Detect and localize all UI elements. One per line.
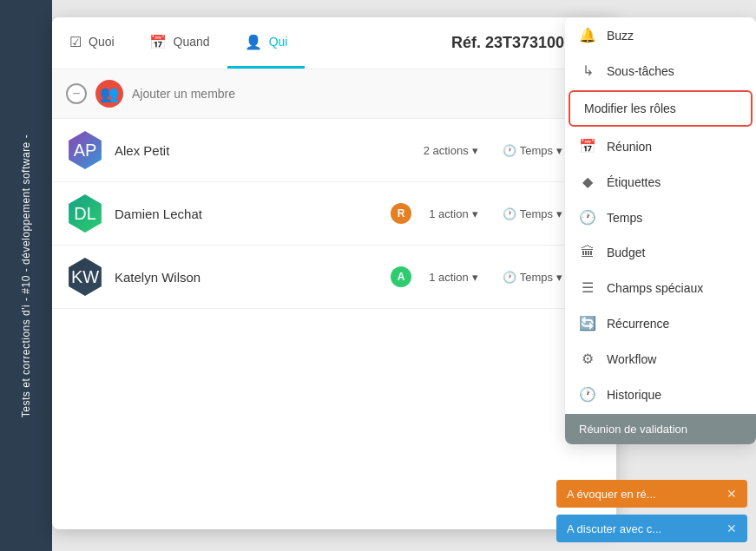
qui-icon: 👤	[245, 34, 262, 50]
clock-icon-alex: 🕐	[503, 144, 516, 157]
add-member-input[interactable]	[132, 87, 588, 101]
dropdown-item-modifier-roles[interactable]: Modifier les rôles	[569, 90, 753, 127]
dropdown-label-champs-speciaux: Champs spéciaux	[607, 281, 703, 295]
budget-icon: 🏛	[579, 245, 596, 260]
time-button-damien[interactable]: 🕐 Temps ▾	[496, 204, 569, 224]
calendar-icon: 📅	[579, 138, 596, 154]
clock-icon-damien: 🕐	[503, 207, 516, 220]
avatar-katelyn: KW	[66, 258, 104, 296]
tab-quand-label: Quand	[174, 35, 210, 49]
notif-label-2: A discuter avec c...	[567, 522, 661, 535]
clock-icon-katelyn: 🕐	[503, 271, 516, 284]
time-label-alex: Temps	[520, 144, 553, 157]
actions-button-damien[interactable]: 1 action ▾	[422, 204, 485, 224]
tab-qui[interactable]: 👤 Qui	[227, 17, 306, 69]
member-list: AP Alex Petit 2 actions ▾ 🕐 Temps ▾ ⋮ DL…	[52, 119, 616, 529]
dropdown-item-temps[interactable]: 🕐 Temps	[565, 200, 756, 235]
actions-chevron-alex: ▾	[472, 144, 478, 157]
sidebar-text-container: Tests et corrections d'i - #10 - dévelop…	[0, 0, 52, 551]
actions-count-alex: 2 actions	[424, 144, 469, 157]
dropdown-item-budget[interactable]: 🏛 Budget	[565, 235, 756, 270]
notifications-container: A évoquer en ré... ✕ A discuter avec c..…	[556, 480, 747, 542]
time-chevron-katelyn: ▾	[556, 271, 562, 284]
subtask-icon: ↳	[579, 62, 596, 79]
quand-icon: 📅	[149, 34, 167, 50]
dropdown-item-etiquettes[interactable]: ◆ Étiquettes	[565, 164, 756, 200]
time-chevron-alex: ▾	[556, 144, 562, 157]
member-name-alex: Alex Petit	[115, 143, 406, 158]
dropdown-label-buzz: Buzz	[607, 29, 634, 43]
quoi-icon: ☑	[69, 34, 82, 50]
member-row: KW Katelyn Wilson A 1 action ▾ 🕐 Temps ▾…	[52, 246, 616, 309]
historique-icon: 🕐	[579, 386, 596, 403]
time-button-katelyn[interactable]: 🕐 Temps ▾	[496, 267, 569, 287]
avatar-group: 👥	[95, 80, 123, 108]
ref-number: Réf. 23T373100	[451, 34, 564, 52]
dropdown-menu: 🔔 Buzz ↳ Sous-tâches Modifier les rôles …	[565, 17, 756, 444]
actions-count-katelyn: 1 action	[429, 271, 469, 284]
modal-header: ☑ Quoi 📅 Quand 👤 Qui Réf. 23T373100 ⋮	[52, 17, 616, 69]
notif-label-1: A évoquer en ré...	[567, 488, 656, 501]
dropdown-item-recurrence[interactable]: 🔄 Récurrence	[565, 305, 756, 341]
tab-quoi[interactable]: ☑ Quoi	[52, 17, 132, 69]
dropdown-label-sous-taches: Sous-tâches	[607, 64, 674, 78]
role-badge-a: A	[391, 266, 411, 287]
sidebar: Tests et corrections d'i - #10 - dévelop…	[0, 0, 52, 551]
dropdown-label-temps: Temps	[607, 211, 642, 225]
member-row: AP Alex Petit 2 actions ▾ 🕐 Temps ▾ ⋮	[52, 119, 616, 182]
member-row: DL Damien Lechat R 1 action ▾ 🕐 Temps ▾ …	[52, 182, 616, 246]
actions-button-alex[interactable]: 2 actions ▾	[417, 141, 485, 161]
reunion-bar[interactable]: Réunion de validation	[565, 414, 756, 444]
avatar-alex: AP	[66, 131, 104, 169]
reunion-bar-label: Réunion de validation	[579, 423, 687, 436]
dropdown-item-buzz[interactable]: 🔔 Buzz	[565, 17, 756, 53]
time-label-katelyn: Temps	[520, 271, 553, 284]
dropdown-item-reunion[interactable]: 📅 Réunion	[565, 128, 756, 164]
main-modal: ☑ Quoi 📅 Quand 👤 Qui Réf. 23T373100 ⋮ − …	[52, 17, 616, 529]
dropdown-label-budget: Budget	[607, 246, 645, 259]
group-avatar: 👥	[95, 80, 123, 108]
time-button-alex[interactable]: 🕐 Temps ▾	[496, 141, 569, 161]
member-name-damien: Damien Lechat	[115, 207, 373, 221]
recurrence-icon: 🔄	[579, 315, 596, 331]
actions-count-damien: 1 action	[429, 207, 469, 220]
notification-1[interactable]: A évoquer en ré... ✕	[556, 480, 747, 508]
add-member-row: − 👥 ▾	[52, 69, 616, 119]
dropdown-item-sous-taches[interactable]: ↳ Sous-tâches	[565, 53, 756, 89]
dropdown-label-modifier-roles: Modifier les rôles	[584, 102, 676, 115]
time-chevron-damien: ▾	[556, 207, 562, 220]
role-badge-r: R	[391, 203, 411, 224]
dropdown-item-historique[interactable]: 🕐 Historique	[565, 377, 756, 412]
dropdown-label-etiquettes: Étiquettes	[607, 175, 661, 189]
notification-2[interactable]: A discuter avec c... ✕	[556, 515, 747, 542]
dropdown-label-workflow: Workflow	[607, 352, 656, 366]
dropdown-label-reunion: Réunion	[607, 140, 652, 154]
actions-chevron-damien: ▾	[472, 207, 478, 220]
champs-icon: ☰	[579, 279, 596, 296]
actions-chevron-katelyn: ▾	[472, 271, 478, 284]
tab-qui-label: Qui	[269, 35, 288, 49]
dropdown-label-historique: Historique	[607, 388, 661, 402]
time-label-damien: Temps	[520, 207, 553, 220]
avatar-damien: DL	[66, 194, 104, 233]
dropdown-item-champs-speciaux[interactable]: ☰ Champs spéciaux	[565, 270, 756, 305]
dropdown-label-recurrence: Récurrence	[607, 317, 669, 331]
notif-close-1[interactable]: ✕	[726, 487, 737, 501]
bell-icon: 🔔	[579, 27, 596, 43]
label-icon: ◆	[579, 174, 596, 190]
tab-quand[interactable]: 📅 Quand	[132, 17, 227, 69]
minus-button[interactable]: −	[66, 83, 87, 104]
sidebar-label: Tests et corrections d'i - #10 - dévelop…	[20, 134, 32, 417]
notif-close-2[interactable]: ✕	[726, 521, 737, 535]
member-name-katelyn: Katelyn Wilson	[115, 270, 373, 285]
dropdown-item-workflow[interactable]: ⚙ Workflow	[565, 341, 756, 377]
workflow-icon: ⚙	[579, 351, 596, 367]
tab-quoi-label: Quoi	[89, 35, 115, 49]
clock-icon: 🕐	[579, 209, 596, 226]
actions-button-katelyn[interactable]: 1 action ▾	[422, 267, 485, 287]
